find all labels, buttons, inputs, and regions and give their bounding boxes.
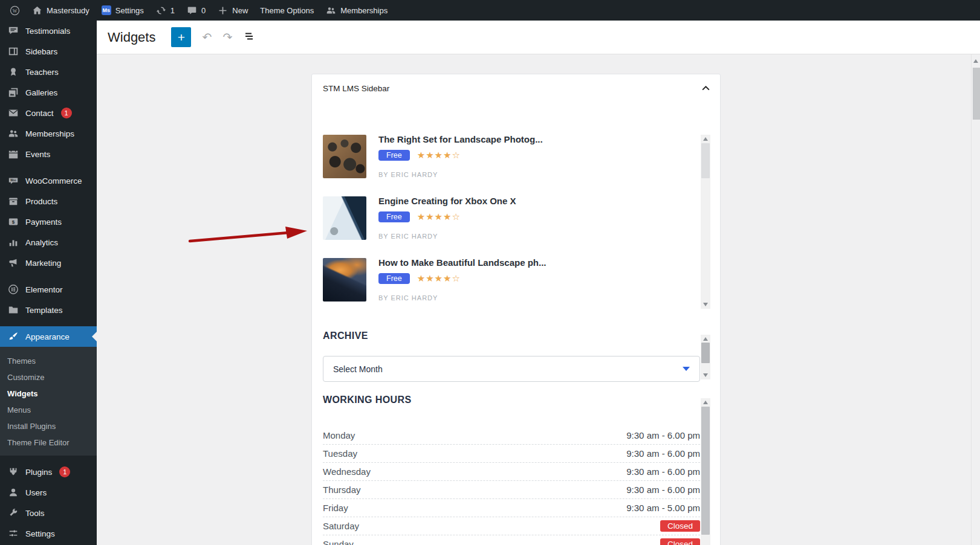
list-view-icon[interactable] xyxy=(243,30,255,45)
scrollbar-thumb[interactable] xyxy=(701,407,710,535)
sidebar-item-tools[interactable]: Tools xyxy=(0,503,97,523)
day-label: Saturday xyxy=(323,521,359,531)
tools-icon xyxy=(7,507,19,519)
adminbar-item-label: 0 xyxy=(201,6,206,15)
sidebar-item-elementor[interactable]: Elementor xyxy=(0,279,97,300)
day-label: Monday xyxy=(323,430,355,440)
adminbar-item-theme-options[interactable]: Theme Options xyxy=(254,0,320,21)
widget-area-header: STM LMS Sidebar xyxy=(312,74,720,102)
scroll-up-icon[interactable] xyxy=(703,337,708,341)
submenu-item-widgets[interactable]: Widgets xyxy=(0,385,97,402)
sidebar-item-label: Sidebars xyxy=(25,47,57,56)
scrollbar-thumb[interactable] xyxy=(701,343,710,363)
sidebar-item-contact[interactable]: Contact1 xyxy=(0,103,97,123)
sidebar-item-events[interactable]: Events xyxy=(0,144,97,164)
time-value: 9:30 am - 6.00 pm xyxy=(626,448,700,459)
course-info: The Right Set for Landscape Photog...Fre… xyxy=(378,135,686,178)
sidebar-item-label: Products xyxy=(25,197,57,206)
sidebar-item-templates[interactable]: Templates xyxy=(0,300,97,320)
menu-separator xyxy=(0,164,97,170)
caret-down-icon xyxy=(683,367,690,371)
scroll-down-icon[interactable] xyxy=(703,303,708,306)
adminbar-item-0[interactable]: 0 xyxy=(181,0,212,21)
submenu-item-customize[interactable]: Customize xyxy=(0,369,97,385)
editor-content: STM LMS Sidebar The Right Set for Landsc… xyxy=(97,54,980,545)
course-list-item[interactable]: Engine Creating for Xbox One XFree★★★★☆B… xyxy=(323,196,686,240)
sidebar-item-label: Galleries xyxy=(25,88,57,97)
working-hours-row: Tuesday9:30 am - 6.00 pm xyxy=(323,445,700,463)
submenu-item-themes[interactable]: Themes xyxy=(0,353,97,369)
sidebar-item-plugins[interactable]: Plugins1 xyxy=(0,462,97,482)
scrollbar-thumb[interactable] xyxy=(973,68,980,120)
submenu-item-menus[interactable]: Menus xyxy=(0,402,97,418)
add-block-button[interactable]: + xyxy=(171,27,191,47)
archive-heading: ARCHIVE xyxy=(323,331,368,341)
sidebar-item-memberships[interactable]: Memberships xyxy=(0,123,97,144)
menu-separator xyxy=(0,273,97,279)
adminbar-item-wp-logo[interactable]: W xyxy=(4,0,26,21)
course-author: BY ERIC HARDY xyxy=(378,294,438,302)
course-author: BY ERIC HARDY xyxy=(378,233,438,240)
working-hours-row: Monday9:30 am - 6.00 pm xyxy=(323,427,700,445)
sidebar-item-analytics[interactable]: Analytics xyxy=(0,232,97,253)
rating-stars: ★★★★☆ xyxy=(417,211,461,222)
sidebar-item-label: Contact xyxy=(25,109,54,118)
undo-icon[interactable]: ↶ xyxy=(202,30,212,44)
scroll-up-icon[interactable] xyxy=(703,401,708,404)
users-icon xyxy=(7,486,19,498)
course-title: The Right Set for Landscape Photog... xyxy=(378,135,686,144)
sidebar-item-payments[interactable]: $Payments xyxy=(0,211,97,232)
red-annotation-arrow xyxy=(181,219,320,249)
course-list-scrollbar[interactable] xyxy=(701,135,710,309)
sidebar-item-label: Templates xyxy=(25,306,63,315)
sidebar-item-marketing[interactable]: Marketing xyxy=(0,253,97,273)
archive-month-select[interactable]: Select Month xyxy=(323,356,700,382)
adminbar-item-memberships[interactable]: Memberships xyxy=(320,0,394,21)
sidebar-item-appearance[interactable]: Appearance xyxy=(0,326,97,347)
sidebar-item-label: Testimonials xyxy=(25,27,70,36)
testimonials-icon xyxy=(7,25,19,37)
templates-icon xyxy=(7,304,19,316)
svg-text:$: $ xyxy=(12,219,15,225)
working-hours-scrollbar[interactable] xyxy=(701,398,710,545)
sidebar-item-sidebars[interactable]: Sidebars xyxy=(0,41,97,62)
redo-icon[interactable]: ↷ xyxy=(222,30,232,44)
sidebar-item-label: Events xyxy=(25,150,50,159)
adminbar-item-label: 1 xyxy=(170,6,175,15)
sidebar-item-settings[interactable]: Settings xyxy=(0,523,97,544)
scroll-up-icon[interactable] xyxy=(973,59,978,63)
home-icon xyxy=(32,5,42,16)
adminbar-item-settings[interactable]: MsSettings xyxy=(96,0,150,21)
comment-icon xyxy=(187,5,197,16)
people-icon xyxy=(326,5,336,16)
scroll-up-icon[interactable] xyxy=(703,137,708,141)
sidebar-item-teachers[interactable]: Teachers xyxy=(0,62,97,82)
adminbar-item-label: Masterstudy xyxy=(47,6,89,15)
sidebar-item-users[interactable]: Users xyxy=(0,482,97,503)
archive-scrollbar[interactable] xyxy=(701,335,710,379)
count-badge: 1 xyxy=(61,108,72,118)
sidebar-item-galleries[interactable]: Galleries xyxy=(0,82,97,103)
scroll-down-icon[interactable] xyxy=(703,373,708,377)
price-badge: Free xyxy=(378,211,410,222)
working-hours-row: SundayClosed xyxy=(323,535,700,545)
adminbar-item-masterstudy[interactable]: Masterstudy xyxy=(26,0,96,21)
update-icon xyxy=(156,5,166,16)
course-thumbnail-laptop-xbox xyxy=(323,196,366,240)
adminbar-item-1[interactable]: 1 xyxy=(150,0,181,21)
course-list-item[interactable]: How to Make Beautiful Landscape ph...Fre… xyxy=(323,258,686,302)
sidebar-item-woocommerce[interactable]: WooWooCommerce xyxy=(0,170,97,191)
page-scrollbar[interactable] xyxy=(971,54,980,545)
sidebar-item-label: Elementor xyxy=(25,285,63,294)
course-list-item[interactable]: The Right Set for Landscape Photog...Fre… xyxy=(323,135,686,178)
scrollbar-thumb[interactable] xyxy=(701,143,710,178)
submenu-item-install-plugins[interactable]: Install Plugins xyxy=(0,418,97,434)
price-badge: Free xyxy=(378,150,410,161)
adminbar-item-new[interactable]: New xyxy=(212,0,254,21)
submenu-item-theme-file-editor[interactable]: Theme File Editor xyxy=(0,434,97,451)
sidebar-item-testimonials[interactable]: Testimonials xyxy=(0,21,97,41)
adminbar-item-label: Settings xyxy=(115,6,144,15)
course-thumbnail-mountain xyxy=(323,258,366,302)
collapse-panel-button[interactable] xyxy=(701,84,710,93)
sidebar-item-products[interactable]: Products xyxy=(0,191,97,211)
